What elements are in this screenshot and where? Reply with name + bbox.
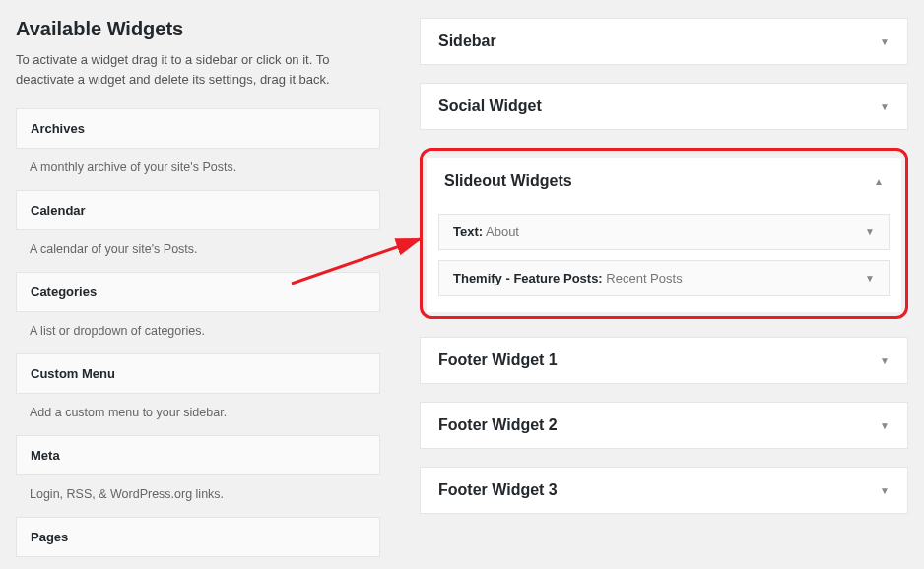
placed-widget-title: Text: [453,224,483,239]
highlighted-annotation: Slideout Widgets ▲ Text: About ▼ Themify… [420,148,908,319]
widget-area-slideout[interactable]: Slideout Widgets ▲ Text: About ▼ Themify… [427,158,901,312]
widget-name[interactable]: Categories [16,272,380,312]
sidebar-areas-panel: Sidebar ▼ Social Widget ▼ Slideout Widge… [420,18,908,557]
widget-description: Add a custom menu to your sidebar. [16,394,380,435]
caret-down-icon: ▼ [865,273,875,284]
available-widget-item[interactable]: Categories A list or dropdown of categor… [16,272,380,353]
available-widgets-panel: Available Widgets To activate a widget d… [16,18,380,557]
widget-description: A monthly archive of your site's Posts. [16,149,380,190]
available-widget-item[interactable]: Calendar A calendar of your site's Posts… [16,190,380,272]
caret-up-icon: ▲ [874,176,884,187]
available-widgets-title: Available Widgets [16,18,380,40]
caret-down-icon: ▼ [880,420,890,431]
widget-area-sidebar[interactable]: Sidebar ▼ [420,18,908,65]
placed-widget-item[interactable]: Themify - Feature Posts: Recent Posts ▼ [438,260,890,296]
available-widget-item[interactable]: Pages [16,517,380,557]
widget-area-social[interactable]: Social Widget ▼ [420,83,908,130]
placed-widget-item[interactable]: Text: About ▼ [438,214,890,250]
widget-area-footer3[interactable]: Footer Widget 3 ▼ [420,467,908,514]
available-widget-item[interactable]: Meta Login, RSS, & WordPress.org links. [16,435,380,517]
widget-name[interactable]: Meta [16,435,380,475]
widget-area-footer2[interactable]: Footer Widget 2 ▼ [420,402,908,449]
widget-area-title: Sidebar [438,32,496,50]
placed-widget-subtitle: Recent Posts [603,271,683,285]
widget-area-title: Footer Widget 1 [438,351,558,369]
available-widgets-description: To activate a widget drag it to a sideba… [16,50,380,89]
placed-widget-title: Themify - Feature Posts: [453,271,603,285]
widget-area-body: Text: About ▼ Themify - Feature Posts: R… [427,204,901,312]
widget-area-footer1[interactable]: Footer Widget 1 ▼ [420,337,908,384]
widget-name[interactable]: Custom Menu [16,353,380,394]
available-widget-item[interactable]: Custom Menu Add a custom menu to your si… [16,353,380,435]
widget-area-title: Social Widget [438,97,542,115]
widget-area-title: Footer Widget 3 [438,481,558,499]
widget-area-title: Footer Widget 2 [438,416,558,434]
caret-down-icon: ▼ [880,355,890,366]
widget-description: A calendar of your site's Posts. [16,230,380,272]
caret-down-icon: ▼ [880,485,890,496]
widget-description: Login, RSS, & WordPress.org links. [16,475,380,517]
widget-name[interactable]: Archives [16,108,380,149]
caret-down-icon: ▼ [880,36,890,47]
available-widget-item[interactable]: Archives A monthly archive of your site'… [16,108,380,190]
widget-area-title: Slideout Widgets [444,172,572,190]
widget-description: A list or dropdown of categories. [16,312,380,353]
placed-widget-subtitle: About [483,224,519,239]
widget-name[interactable]: Calendar [16,190,380,230]
caret-down-icon: ▼ [865,226,875,237]
caret-down-icon: ▼ [880,101,890,112]
widget-name[interactable]: Pages [16,517,380,557]
